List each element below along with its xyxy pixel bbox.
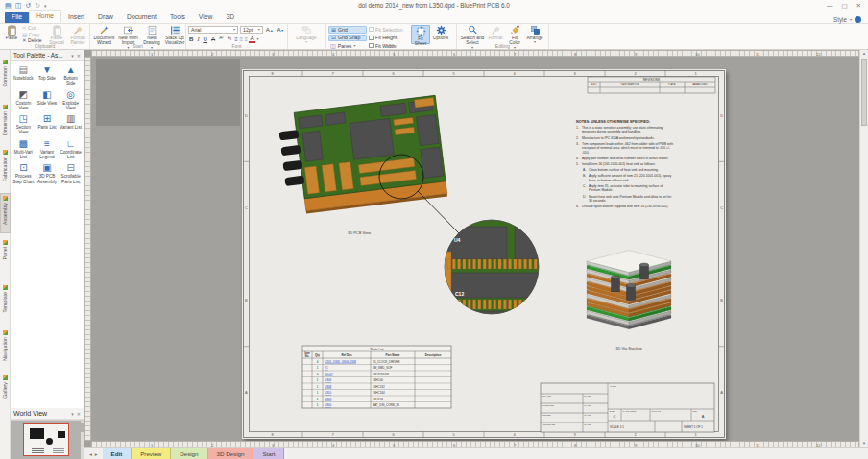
palette-tab-dimension[interactable]: Dimension bbox=[0, 103, 11, 143]
fit-height-checkbox[interactable]: Fit Height bbox=[367, 35, 411, 42]
strikethrough-button[interactable]: A bbox=[210, 36, 216, 42]
scroll-down-icon[interactable]: ▼ bbox=[860, 440, 868, 447]
new-drawing-button[interactable]: New Drawing▾ bbox=[140, 25, 163, 44]
tool-process-step-chart[interactable]: ⊡Process Step Chart bbox=[12, 162, 36, 184]
tool-noteblock[interactable]: ▤Noteblock bbox=[12, 64, 36, 86]
qat-dropdown-icon[interactable]: ▾ bbox=[44, 0, 47, 12]
language-button[interactable]: Language▾ bbox=[290, 25, 323, 44]
font-color-button[interactable]: A bbox=[249, 36, 254, 43]
help-icon[interactable] bbox=[855, 16, 861, 23]
paste-special-button[interactable]: Paste Special bbox=[46, 25, 67, 44]
style-selector[interactable]: Style ▾ bbox=[833, 16, 868, 23]
font-size-select[interactable]: 12pt▾ bbox=[240, 26, 263, 34]
world-view-scrollbar[interactable] bbox=[81, 421, 84, 459]
tool-scrollable-parts-list[interactable]: ⊟Scrollable Parts List bbox=[59, 162, 83, 184]
tool-section-view[interactable]: ◳Section View bbox=[12, 113, 36, 135]
tool-multi-vari-list[interactable]: ▩Multi-Vari List bbox=[12, 138, 36, 160]
tool-bottom-side[interactable]: ▲Bottom Side bbox=[59, 64, 83, 86]
ribbon-tab-3d[interactable]: 3D bbox=[219, 12, 241, 23]
arrange-button[interactable]: Arrange▾ bbox=[524, 25, 545, 44]
format-button[interactable]: Format bbox=[486, 25, 505, 44]
palette-tab-common[interactable]: Common bbox=[0, 58, 11, 98]
vertical-scrollbar[interactable]: ▲ ▼ bbox=[859, 50, 868, 447]
underline-button[interactable]: U bbox=[203, 36, 208, 42]
redo-icon[interactable]: ↻ bbox=[35, 0, 40, 12]
align-center-button[interactable]: ≡ bbox=[239, 36, 242, 42]
ribbon-tab-draw[interactable]: Draw bbox=[91, 12, 120, 23]
tool-3d-pcb-assembly[interactable]: ▣3D PCB Assembly bbox=[36, 162, 60, 184]
tab-prev-icon[interactable]: ◂ bbox=[89, 451, 92, 457]
grid-snap-toggle[interactable]: ⊡Grid Snap bbox=[328, 35, 367, 42]
format-painter-button[interactable]: Format Painter bbox=[67, 25, 88, 44]
scrollbar-thumb[interactable] bbox=[861, 59, 867, 126]
tool-explode-view[interactable]: ◎Explode View bbox=[59, 89, 83, 111]
palette-close-icon[interactable]: ✕ bbox=[77, 53, 81, 59]
palette-tab-panel[interactable]: Panel bbox=[0, 238, 11, 278]
tool-custom-view[interactable]: ◩Custom View bbox=[12, 89, 36, 111]
fit-sheet-button[interactable]: Fit Sheet bbox=[411, 25, 430, 44]
tab-next-icon[interactable]: ▸ bbox=[95, 451, 98, 457]
undo-icon[interactable]: ↺ bbox=[25, 0, 31, 12]
bold-button[interactable]: B bbox=[188, 36, 194, 42]
save-icon[interactable]: ◫ bbox=[15, 0, 22, 12]
palette-dropdown-icon[interactable]: ▾ bbox=[71, 53, 74, 59]
tool-variant-legend[interactable]: ≡Variant Legend bbox=[36, 138, 60, 160]
font-family-select[interactable]: Arial▾ bbox=[188, 26, 238, 34]
palette-tab-template[interactable]: Template bbox=[0, 283, 11, 324]
ribbon-tab-document[interactable]: Document bbox=[120, 12, 163, 23]
ribbon-tab-insert[interactable]: Insert bbox=[61, 12, 91, 23]
worldview-dropdown-icon[interactable]: ▾ bbox=[71, 411, 74, 417]
gallery-tab-icon bbox=[3, 375, 8, 380]
detail-view-circle[interactable]: U4 C12 bbox=[441, 220, 549, 325]
palette-tab-assembly[interactable]: Assembly bbox=[0, 193, 11, 233]
sheet-tab-design[interactable]: Design bbox=[171, 448, 207, 459]
paste-button[interactable]: Paste bbox=[2, 25, 21, 44]
minimize-button[interactable]: — bbox=[827, 0, 833, 12]
grid-toggle[interactable]: ⊞Grid bbox=[328, 26, 367, 34]
document-wizard-button[interactable]: Document Wizard bbox=[92, 25, 116, 44]
palette-tab-fabrication[interactable]: Fabrication bbox=[0, 148, 11, 188]
sheet-tab-edit[interactable]: Edit bbox=[103, 448, 133, 459]
shrink-font-button[interactable]: A▼ bbox=[276, 27, 285, 34]
world-view-viewport[interactable] bbox=[23, 423, 69, 456]
superscript-button[interactable]: A¹ bbox=[218, 36, 225, 41]
scroll-up-icon[interactable]: ▲ bbox=[860, 50, 868, 58]
align-left-button[interactable]: ≡ bbox=[234, 36, 237, 42]
palette-tab-navigation[interactable]: Navigation bbox=[0, 328, 11, 369]
palette-tab-gallery[interactable]: Gallery bbox=[0, 374, 11, 414]
via-stackup-3d[interactable] bbox=[587, 251, 671, 329]
close-button[interactable]: ✕ bbox=[856, 0, 861, 12]
subscript-button[interactable]: A₁ bbox=[227, 36, 233, 41]
cut-button[interactable]: ✂Cut bbox=[22, 25, 45, 31]
pcb-3d-view[interactable] bbox=[277, 95, 459, 233]
fill-color-button[interactable]: Fill Color▾ bbox=[505, 25, 524, 44]
svg-text:4: 4 bbox=[513, 71, 516, 76]
options-button[interactable]: Options bbox=[430, 25, 451, 44]
italic-button[interactable]: I bbox=[196, 36, 200, 42]
grow-font-button[interactable]: A▲ bbox=[265, 27, 275, 34]
ribbon-tab-file[interactable]: File bbox=[5, 12, 29, 23]
tool-variant-list[interactable]: ▥Variant List bbox=[59, 113, 83, 135]
maximize-button[interactable]: ▢ bbox=[841, 0, 847, 12]
search-and-select-button[interactable]: Search and Select▾ bbox=[459, 25, 486, 44]
align-right-button[interactable]: ≡ bbox=[244, 36, 247, 42]
fit-selection-checkbox[interactable]: Fit Selection bbox=[367, 26, 411, 34]
drawing-canvas[interactable]: 123456789101112 bbox=[84, 50, 868, 447]
sheet-tab-start[interactable]: Start bbox=[253, 448, 284, 459]
tool-top-side[interactable]: ▼Top Side bbox=[36, 64, 60, 86]
tool-side-view[interactable]: ◧Side View bbox=[36, 89, 60, 111]
copy-button[interactable]: ▤Copy bbox=[22, 32, 45, 37]
stack-up-visualizer-button[interactable]: Stack Up Visualizer bbox=[163, 25, 186, 44]
sheet-tab-preview[interactable]: Preview bbox=[132, 448, 171, 459]
sheet-tab-3d-design[interactable]: 3D Design bbox=[208, 448, 254, 459]
world-view-thumbnail[interactable] bbox=[11, 420, 84, 459]
new-from-import-button[interactable]: New from Import▾ bbox=[116, 25, 140, 44]
ribbon-tab-home[interactable]: Home bbox=[29, 10, 61, 23]
drawing-sheet[interactable]: 3D PCB View U4 C12 3D Via St bbox=[242, 69, 726, 439]
tool-coordinate-list[interactable]: ∟Coordinate List bbox=[59, 138, 83, 160]
worldview-close-icon[interactable]: ✕ bbox=[77, 411, 81, 417]
ribbon-tab-view[interactable]: View bbox=[192, 12, 220, 23]
new-document-icon[interactable]: ▤ bbox=[5, 0, 12, 12]
tool-parts-list[interactable]: ⊞Parts List bbox=[36, 113, 60, 135]
ribbon-tab-tools[interactable]: Tools bbox=[163, 12, 192, 23]
